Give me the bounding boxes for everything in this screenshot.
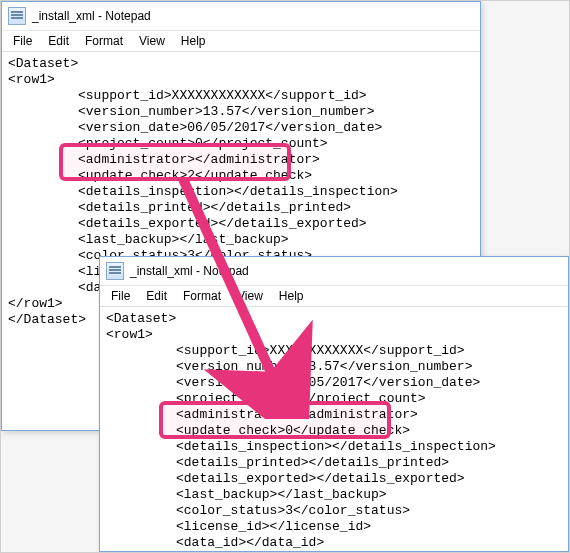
menu-file[interactable]: File xyxy=(6,33,39,49)
menubar: File Edit Format View Help xyxy=(2,31,480,52)
xml-line: <row1> xyxy=(106,327,562,343)
menu-file[interactable]: File xyxy=(104,288,137,304)
xml-line: <details_inspection></details_inspection… xyxy=(8,184,474,200)
xml-line: <details_exported></details_exported> xyxy=(106,471,562,487)
xml-line: <version_number>13.57</version_number> xyxy=(106,359,562,375)
xml-line: <last_backup></last_backup> xyxy=(106,487,562,503)
menu-format[interactable]: Format xyxy=(176,288,228,304)
xml-line: <support_id>XXXXXXXXXXXX</support_id> xyxy=(8,88,474,104)
text-area[interactable]: <Dataset> <row1> <support_id>XXXXXXXXXXX… xyxy=(100,307,568,552)
xml-line: <Dataset> xyxy=(106,311,562,327)
notepad-icon xyxy=(8,7,26,25)
menu-edit[interactable]: Edit xyxy=(139,288,174,304)
menu-help[interactable]: Help xyxy=(272,288,311,304)
titlebar[interactable]: _install_xml - Notepad xyxy=(100,257,568,286)
menu-edit[interactable]: Edit xyxy=(41,33,76,49)
menu-help[interactable]: Help xyxy=(174,33,213,49)
xml-line: <details_exported></details_exported> xyxy=(8,216,474,232)
notepad-icon xyxy=(106,262,124,280)
xml-line: <license_id></license_id> xyxy=(106,519,562,535)
xml-line: <update_check>2</update_check> xyxy=(8,168,474,184)
xml-line: <version_date>06/05/2017</version_date> xyxy=(106,375,562,391)
titlebar[interactable]: _install_xml - Notepad xyxy=(2,2,480,31)
xml-line: <last_backup></last_backup> xyxy=(8,232,474,248)
xml-line: <administrator></administrator> xyxy=(106,407,562,423)
window-title: _install_xml - Notepad xyxy=(32,9,151,23)
xml-line: <version_date>06/05/2017</version_date> xyxy=(8,120,474,136)
menu-view[interactable]: View xyxy=(132,33,172,49)
xml-line: <project_count>0</project_count> xyxy=(8,136,474,152)
xml-line: <row1> xyxy=(8,72,474,88)
xml-line: <project_count>0</project_count> xyxy=(106,391,562,407)
xml-line: <Dataset> xyxy=(8,56,474,72)
xml-line: <data_id></data_id> xyxy=(106,535,562,551)
xml-line: <support_id>XXXXXXXXXXXX</support_id> xyxy=(106,343,562,359)
menu-view[interactable]: View xyxy=(230,288,270,304)
xml-line: </row1> xyxy=(106,551,562,552)
menu-format[interactable]: Format xyxy=(78,33,130,49)
xml-line: <update_check>0</update_check> xyxy=(106,423,562,439)
xml-line: <color_status>3</color_status> xyxy=(106,503,562,519)
menubar: File Edit Format View Help xyxy=(100,286,568,307)
xml-line: <version_number>13.57</version_number> xyxy=(8,104,474,120)
xml-line: <details_printed></details_printed> xyxy=(8,200,474,216)
notepad-window-2: _install_xml - Notepad File Edit Format … xyxy=(99,256,569,552)
xml-line: <details_printed></details_printed> xyxy=(106,455,562,471)
xml-line: <details_inspection></details_inspection… xyxy=(106,439,562,455)
xml-line: <administrator></administrator> xyxy=(8,152,474,168)
window-title: _install_xml - Notepad xyxy=(130,264,249,278)
